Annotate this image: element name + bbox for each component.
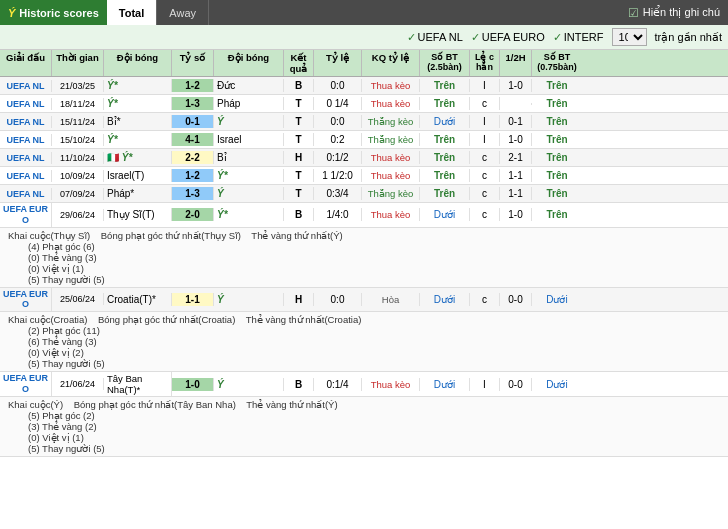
checkbox-checked-icon: ☑: [628, 6, 639, 20]
cell-bt075: Trên: [532, 97, 582, 110]
match-table: UEFA NL 21/03/25 Ý* 1-2 Đức B 0:0 Thua k…: [0, 77, 728, 457]
cell-team1: Bỉ*: [104, 115, 172, 128]
col-team1: Đội bóng: [104, 50, 172, 76]
col-league: Giải đấu: [0, 50, 52, 76]
cell-ratio: 1/4:0: [314, 208, 362, 221]
cell-league: UEFA NL: [0, 116, 52, 128]
cell-score: 1-0: [172, 378, 214, 391]
detail-stats: (5) Phạt góc (2) (3) Thẻ vàng (2) (0) Vi…: [8, 410, 720, 454]
cell-ratio: 0:1/2: [314, 151, 362, 164]
cell-league: UEFA EUR O: [0, 288, 52, 312]
col-lec: Lẻ c hẳn: [470, 50, 500, 76]
col-kq: KQ tỷ lệ: [362, 50, 420, 76]
cell-half: 1-1: [500, 169, 532, 182]
cell-kq: Thua kèo: [362, 169, 420, 182]
cell-lec: c: [470, 208, 500, 221]
cell-ratio: 1 1/2:0: [314, 169, 362, 182]
cell-ratio: 0:2: [314, 133, 362, 146]
cell-lec: I: [470, 378, 500, 391]
col-score: Tỷ số: [172, 50, 214, 76]
cell-league: UEFA NL: [0, 80, 52, 92]
cell-score: 1-1: [172, 293, 214, 306]
header-title-text: Historic scores: [19, 7, 98, 19]
cell-kq: Thua kèo: [362, 378, 420, 391]
cell-bt075: Trên: [532, 151, 582, 164]
cell-team2: Ý*: [214, 208, 284, 221]
filter-label-3: INTERF: [564, 31, 604, 43]
cell-ratio: 0:0: [314, 293, 362, 306]
show-notes-label: Hiển thị ghi chú: [643, 6, 720, 19]
cell-kq: Thắng kèo: [362, 187, 420, 200]
cell-team1: Israel(T): [104, 169, 172, 182]
cell-half: 2-1: [500, 151, 532, 164]
cell-date: 21/03/25: [52, 80, 104, 92]
cell-lec: c: [470, 169, 500, 182]
cell-result: H: [284, 293, 314, 306]
cell-score: 1-2: [172, 169, 214, 182]
cell-result: T: [284, 97, 314, 110]
cell-team1: Croatia(T)*: [104, 293, 172, 306]
cell-date: 07/09/24: [52, 188, 104, 200]
cell-team1: Ý*: [104, 133, 172, 146]
cell-kq: Thua kèo: [362, 79, 420, 92]
cell-score: 0-1: [172, 115, 214, 128]
table-row: UEFA EUR O 25/06/24 Croatia(T)* 1-1 Ý H …: [0, 288, 728, 313]
table-row: UEFA NL 11/10/24 🇮🇹 Ý* 2-2 Bỉ H 0:1/2 Th…: [0, 149, 728, 167]
table-row: UEFA EUR O 29/06/24 Thụy Sĩ(T) 2-0 Ý* B …: [0, 203, 728, 228]
cell-ratio: 0:0: [314, 115, 362, 128]
cell-bt075: Dưới: [532, 293, 582, 306]
cell-team1: Pháp*: [104, 187, 172, 200]
cell-league: UEFA NL: [0, 134, 52, 146]
cell-league: UEFA EUR O: [0, 372, 52, 396]
cell-team2: Ý: [214, 115, 284, 128]
cell-bt075: Trên: [532, 79, 582, 92]
detail-stats: (2) Phạt góc (11) (6) Thẻ vàng (3) (0) V…: [8, 325, 720, 369]
filter-interf[interactable]: ✓ INTERF: [553, 31, 604, 44]
column-headers: Giải đấu Thời gian Đội bóng Tỷ số Đội bó…: [0, 50, 728, 77]
table-row: UEFA NL 21/03/25 Ý* 1-2 Đức B 0:0 Thua k…: [0, 77, 728, 95]
match-detail-8: Khai cuộc(Thụy Sĩ) Bóng phạt góc thứ nhấ…: [0, 228, 728, 288]
tab-away[interactable]: Away: [157, 0, 209, 25]
filter-uefa-nl[interactable]: ✓ UEFA NL: [407, 31, 463, 44]
cell-half: 0-1: [500, 115, 532, 128]
cell-team1: Tây Ban Nha(T)*: [104, 372, 172, 396]
tab-total[interactable]: Total: [107, 0, 157, 25]
filter-uefa-euro[interactable]: ✓ UEFA EURO: [471, 31, 545, 44]
col-bt075: Số BT (0.75bàn): [532, 50, 582, 76]
cell-kq: Hòa: [362, 293, 420, 306]
cell-half: 1-0: [500, 133, 532, 146]
cell-score: 1-2: [172, 79, 214, 92]
cell-date: 15/10/24: [52, 134, 104, 146]
cell-league: UEFA NL: [0, 152, 52, 164]
header: Ý Historic scores Total Away ☑ Hiển thị …: [0, 0, 728, 25]
cell-lec: I: [470, 115, 500, 128]
cell-team2: Bỉ: [214, 151, 284, 164]
cell-score: 1-3: [172, 187, 214, 200]
cell-team2: Ý: [214, 187, 284, 200]
cell-kq: Thắng kèo: [362, 115, 420, 128]
cell-date: 10/09/24: [52, 170, 104, 182]
cell-team2: Ý: [214, 293, 284, 306]
count-select[interactable]: 10 20 5: [612, 28, 647, 46]
cell-result: T: [284, 169, 314, 182]
cell-date: 15/11/24: [52, 116, 104, 128]
cell-half: 0-0: [500, 293, 532, 306]
filter-label-2: UEFA EURO: [482, 31, 545, 43]
cell-ratio: 0 1/4: [314, 97, 362, 110]
detail-kickoff: Khai cuộc(Ý) Bóng phạt góc thứ nhất(Tây …: [8, 399, 720, 410]
cell-team2: Ý: [214, 378, 284, 391]
cell-league: UEFA NL: [0, 170, 52, 182]
cell-result: B: [284, 378, 314, 391]
cell-bt075: Trên: [532, 133, 582, 146]
cell-half: 0-0: [500, 378, 532, 391]
table-row: UEFA EUR O 21/06/24 Tây Ban Nha(T)* 1-0 …: [0, 372, 728, 397]
cell-lec: c: [470, 187, 500, 200]
cell-ratio: 0:0: [314, 79, 362, 92]
show-notes-area: ☑ Hiển thị ghi chú: [620, 6, 728, 20]
cell-bt25: Dưới: [420, 115, 470, 128]
cell-bt25: Dưới: [420, 378, 470, 391]
cell-bt25: Trên: [420, 151, 470, 164]
cell-ratio: 0:3/4: [314, 187, 362, 200]
cell-bt075: Trên: [532, 115, 582, 128]
cell-result: T: [284, 133, 314, 146]
